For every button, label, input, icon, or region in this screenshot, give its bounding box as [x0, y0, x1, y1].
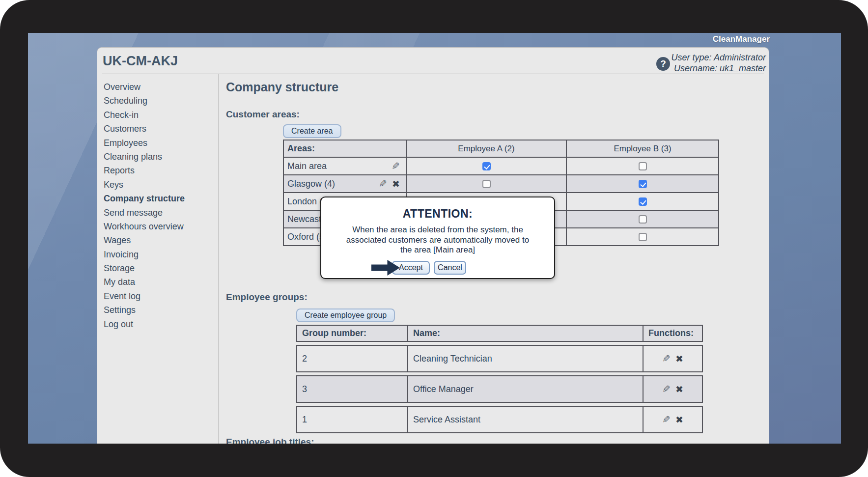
create-employee-group-button[interactable]: Create employee group — [296, 309, 395, 322]
employee-a-checkbox[interactable] — [482, 180, 491, 188]
app-panel: UK-CM-AKJ ? User type: Administrator Use… — [97, 47, 769, 444]
brand-text: CleanManager — [713, 34, 770, 44]
group-row: 3 Office Manager ✎ ✖ — [296, 375, 703, 403]
edit-area-icon[interactable]: ✎ — [392, 161, 400, 171]
delete-area-icon[interactable]: ✖ — [392, 179, 400, 189]
delete-group-icon[interactable]: ✖ — [675, 354, 683, 364]
group-number: 2 — [297, 346, 408, 371]
dialog-message-line: When the area is deleted from the system… — [321, 225, 554, 235]
sidebar-item-employees[interactable]: Employees — [104, 136, 215, 150]
employee-job-titles-label: Employee job titles: — [226, 437, 314, 444]
attention-dialog: ATTENTION: When the area is deleted from… — [320, 196, 555, 279]
area-name: Glasgow (4) — [284, 179, 335, 189]
edit-area-icon[interactable]: ✎ — [379, 179, 387, 189]
delete-group-icon[interactable]: ✖ — [675, 385, 683, 394]
dialog-message-line: associated customers are automatically m… — [321, 235, 554, 246]
sidebar-item-settings[interactable]: Settings — [104, 303, 215, 317]
group-name: Office Manager — [408, 376, 644, 402]
sidebar-item-customers[interactable]: Customers — [104, 122, 215, 136]
header-divider — [102, 74, 764, 74]
area-name: Main area — [284, 161, 327, 171]
employee-a-checkbox[interactable] — [482, 162, 491, 170]
area-row: Glasgow (4) ✎ ✖ — [284, 175, 718, 193]
sidebar-item-event-log[interactable]: Event log — [104, 289, 215, 303]
employee-b-checkbox[interactable] — [639, 180, 647, 188]
sidebar-item-check-in[interactable]: Check-in — [104, 108, 215, 122]
employee-b-checkbox[interactable] — [639, 233, 647, 241]
dialog-message: When the area is deleted from the system… — [321, 225, 554, 255]
create-area-button[interactable]: Create area — [283, 124, 341, 138]
group-number: 1 — [297, 407, 408, 432]
employee-b-column-header: Employee B (3) — [567, 144, 718, 154]
sidebar-item-wages[interactable]: Wages — [104, 233, 215, 247]
sidebar-item-my-data[interactable]: My data — [104, 275, 215, 289]
delete-group-icon[interactable]: ✖ — [675, 415, 683, 424]
dialog-title: ATTENTION: — [321, 207, 554, 221]
sidebar-item-keys[interactable]: Keys — [104, 178, 215, 192]
groups-table-header: Group number: Name: Functions: — [296, 325, 703, 342]
edit-group-icon[interactable]: ✎ — [662, 384, 671, 394]
employee-b-checkbox[interactable] — [639, 197, 647, 206]
group-row: 2 Cleaning Technician ✎ ✖ — [296, 345, 703, 372]
sidebar-item-reports[interactable]: Reports — [104, 164, 215, 177]
group-number: 3 — [297, 376, 408, 402]
cancel-button[interactable]: Cancel — [434, 261, 466, 275]
sidebar-item-cleaning-plans[interactable]: Cleaning plans — [104, 150, 215, 164]
group-name: Service Assistant — [408, 407, 644, 432]
page-title: UK-CM-AKJ — [103, 54, 178, 69]
name-column-header: Name: — [408, 326, 644, 341]
device-frame: CleanManager UK-CM-AKJ ? User type: Admi… — [0, 0, 868, 477]
areas-table-header: Areas: Employee A (2) Employee B (3) — [284, 140, 718, 158]
user-type-label: User type: Administrator — [672, 52, 766, 63]
employee-b-checkbox[interactable] — [639, 215, 647, 224]
sidebar-divider — [219, 74, 219, 444]
sidebar-item-invoicing[interactable]: Invoicing — [104, 248, 215, 261]
sidebar-item-storage[interactable]: Storage — [104, 261, 215, 275]
area-name: London ( — [284, 196, 322, 207]
edit-group-icon[interactable]: ✎ — [662, 354, 671, 364]
employee-a-column-header: Employee A (2) — [407, 144, 566, 154]
customer-areas-label: Customer areas: — [226, 109, 300, 120]
sidebar-item-log-out[interactable]: Log out — [104, 317, 215, 331]
sidebar-item-send-message[interactable]: Send message — [104, 206, 215, 220]
edit-group-icon[interactable]: ✎ — [662, 415, 671, 424]
area-name: Newcastl — [284, 214, 323, 224]
sidebar-item-company-structure[interactable]: Company structure — [104, 192, 215, 205]
functions-column-header: Functions: — [644, 326, 702, 341]
group-name: Cleaning Technician — [408, 346, 644, 371]
employee-groups-table: Group number: Name: Functions: 2 Cleanin… — [296, 325, 703, 436]
employee-b-checkbox[interactable] — [639, 162, 647, 170]
group-number-column-header: Group number: — [297, 326, 408, 341]
help-icon[interactable]: ? — [656, 57, 670, 71]
sidebar-item-overview[interactable]: Overview — [104, 80, 215, 94]
group-row: 1 Service Assistant ✎ ✖ — [296, 406, 703, 433]
username-label: Username: uk1_master — [672, 63, 766, 74]
dialog-message-line: the area [Main area] — [321, 245, 554, 255]
area-name: Oxford (5 — [284, 232, 324, 242]
sidebar-item-workhours-overview[interactable]: Workhours overview — [104, 220, 215, 233]
user-info: User type: Administrator Username: uk1_m… — [672, 52, 766, 74]
section-heading: Company structure — [226, 80, 338, 94]
employee-groups-label: Employee groups: — [226, 292, 308, 303]
sidebar-nav: Overview Scheduling Check-in Customers E… — [104, 80, 215, 331]
sidebar-item-scheduling[interactable]: Scheduling — [104, 94, 215, 108]
areas-column-header: Areas: — [284, 143, 315, 154]
desktop-background: CleanManager UK-CM-AKJ ? User type: Admi… — [28, 33, 841, 444]
area-row: Main area ✎ — [284, 158, 718, 175]
